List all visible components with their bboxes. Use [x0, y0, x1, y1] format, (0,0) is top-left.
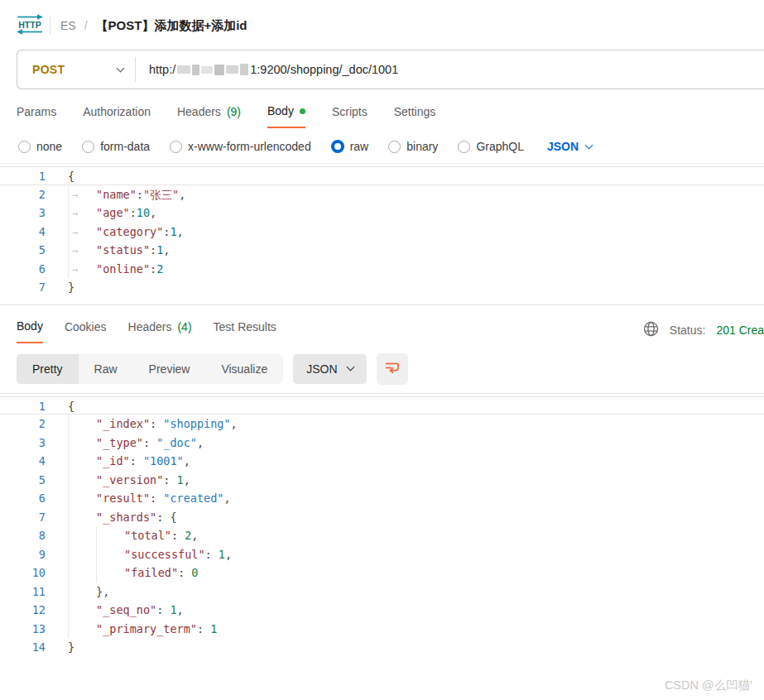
view-pretty[interactable]: Pretty	[17, 354, 79, 384]
line-number: 8	[0, 526, 46, 545]
tab-cookies[interactable]: Cookies	[65, 319, 107, 343]
request-body-editor[interactable]: 1{2→"name":"张三",3→"age":10,4→"category":…	[0, 163, 764, 305]
breadcrumb-workspace[interactable]: ES	[60, 19, 76, 32]
chevron-down-icon	[117, 64, 125, 72]
code-line: 3→"age":10,	[0, 204, 764, 223]
code-line: 1{	[0, 166, 764, 185]
code-line: 2→"name":"张三",	[0, 185, 764, 204]
code-line: 3"_type": "_doc",	[0, 434, 764, 453]
svg-text:HTTP: HTTP	[18, 19, 41, 29]
status-value: 201 Crea	[716, 324, 764, 337]
line-number: 14	[0, 638, 46, 657]
radio-icon	[18, 141, 31, 153]
line-number: 5	[0, 241, 46, 260]
chevron-down-icon	[346, 363, 354, 372]
code-line: 5→"status":1,	[0, 241, 764, 260]
response-toolbar: Pretty Raw Preview Visualize JSON	[17, 353, 764, 385]
line-number: 2	[0, 415, 46, 434]
line-number: 6	[0, 260, 46, 279]
code-line: 6"result": "created",	[0, 489, 764, 508]
code-line: 9"successful": 1,	[0, 545, 764, 564]
radio-icon	[170, 141, 182, 153]
line-number: 12	[0, 601, 46, 620]
response-body-viewer: 1{2"_index": "shopping",3"_type": "_doc"…	[0, 393, 764, 657]
code-line: 5"_version": 1,	[0, 471, 764, 490]
radio-icon	[388, 141, 401, 153]
request-tabs: Params Authorization Headers(9) Body Scr…	[17, 104, 764, 128]
line-number: 4	[0, 452, 46, 471]
response-format-dropdown[interactable]: JSON	[293, 354, 366, 384]
breadcrumb-separator: /	[84, 19, 88, 32]
url-prefix: http:/	[149, 63, 175, 76]
radio-raw[interactable]: raw	[331, 140, 369, 153]
line-number: 9	[0, 545, 46, 564]
code-line: 12"_seq_no": 1,	[0, 601, 764, 620]
tab-headers[interactable]: Headers(9)	[177, 104, 241, 128]
code-line: 7}	[0, 278, 764, 297]
globe-icon[interactable]	[643, 321, 659, 340]
code-line: 4"_id": "1001",	[0, 452, 764, 471]
chevron-down-icon	[585, 141, 593, 149]
radio-x-www-form-urlencoded[interactable]: x-www-form-urlencoded	[170, 140, 311, 153]
response-view-group: Pretty Raw Preview Visualize	[17, 354, 283, 384]
body-language-dropdown[interactable]: JSON	[547, 140, 592, 153]
code-line: 10"failed": 0	[0, 563, 764, 583]
line-number: 13	[0, 620, 46, 639]
radio-selected-icon	[331, 140, 344, 153]
tab-response-headers[interactable]: Headers(4)	[128, 319, 192, 343]
method-selector[interactable]: POST	[17, 63, 135, 76]
tab-authorization[interactable]: Authorization	[83, 104, 151, 128]
code-line: 1{	[0, 396, 764, 415]
line-number: 11	[0, 583, 46, 602]
wrap-text-button[interactable]	[377, 353, 408, 385]
line-number: 7	[0, 278, 46, 297]
radio-form-data[interactable]: form-data	[82, 140, 150, 153]
body-type-row: none form-data x-www-form-urlencoded raw…	[18, 140, 764, 153]
line-number: 3	[0, 434, 46, 453]
line-number: 10	[0, 563, 46, 583]
tab-settings[interactable]: Settings	[394, 104, 436, 128]
response-tabs: Body Cookies Headers(4) Test Results	[17, 319, 276, 343]
view-visualize[interactable]: Visualize	[205, 354, 283, 384]
response-headers-count: (4)	[177, 320, 191, 333]
code-line: 8"total": 2,	[0, 526, 764, 545]
line-number: 6	[0, 489, 46, 508]
tab-body[interactable]: Body	[267, 104, 305, 128]
code-line: 2"_index": "shopping",	[0, 415, 764, 434]
breadcrumb-divider	[50, 17, 50, 35]
radio-graphql[interactable]: GraphQL	[458, 140, 524, 153]
line-number: 7	[0, 508, 46, 527]
line-number: 1	[0, 397, 46, 415]
headers-count: (9)	[227, 105, 241, 118]
url-suffix: 1:9200/shopping/_doc/1001	[250, 63, 398, 76]
radio-icon	[82, 141, 94, 153]
radio-none[interactable]: none	[18, 140, 62, 153]
breadcrumb: HTTP ES / 【POST】添加数据+添加id	[15, 13, 764, 38]
tab-response-body[interactable]: Body	[17, 319, 43, 343]
radio-binary[interactable]: binary	[388, 140, 438, 153]
view-preview[interactable]: Preview	[133, 354, 206, 384]
line-number: 5	[0, 471, 46, 490]
response-status: Status: 201 Crea	[643, 319, 764, 340]
request-title[interactable]: 【POST】添加数据+添加id	[96, 18, 247, 34]
wrap-text-icon	[384, 360, 401, 378]
line-number: 2	[0, 185, 46, 204]
code-line: 13"_primary_term": 1	[0, 620, 764, 639]
response-header: Body Cookies Headers(4) Test Results Sta…	[17, 319, 764, 343]
url-input[interactable]: http:/ 1:9200/shopping/_doc/1001	[136, 63, 398, 76]
redacted-host	[177, 64, 248, 75]
url-bar: POST http:/ 1:9200/shopping/_doc/1001	[17, 50, 764, 89]
http-request-icon: HTTP	[15, 13, 45, 39]
line-number: 4	[0, 223, 46, 242]
tab-params[interactable]: Params	[17, 104, 56, 128]
body-modified-dot	[300, 108, 305, 114]
watermark: CSDN @么凹猫'	[665, 678, 752, 693]
code-line: 7"_shards": {	[0, 508, 764, 527]
tab-scripts[interactable]: Scripts	[332, 104, 368, 128]
code-line: 14}	[0, 638, 764, 657]
tab-test-results[interactable]: Test Results	[214, 319, 276, 343]
view-raw[interactable]: Raw	[79, 354, 133, 384]
code-line: 4→"category":1,	[0, 223, 764, 242]
status-label: Status:	[670, 324, 706, 337]
line-number: 1	[0, 167, 46, 185]
